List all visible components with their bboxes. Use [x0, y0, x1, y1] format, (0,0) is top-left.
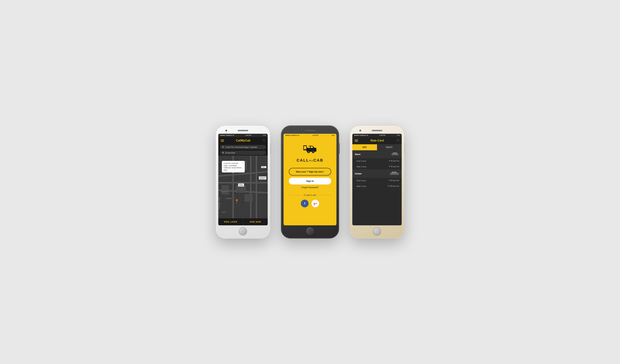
phone-1-top	[218, 128, 268, 133]
svg-point-9	[313, 151, 314, 152]
screen-2-content: CALLmyCAB New user ? Sign Up now ! Sign …	[283, 137, 337, 225]
svg-rect-20	[392, 172, 394, 173]
ride-now-btn[interactable]: RIDE NOW	[243, 218, 268, 225]
logo-icon	[303, 144, 317, 157]
nano-after-value: ₹ 45 per km	[389, 165, 399, 168]
screen-3-content: Rate Card ♡ DAY NIGHT Nano	[352, 137, 402, 225]
svg-point-25	[397, 175, 398, 175]
day-night-tabs: DAY NIGHT	[352, 144, 402, 150]
social-divider: Or sign In with	[289, 194, 331, 196]
rate-card-title: Rate Card	[371, 139, 384, 142]
signup-button[interactable]: New user ? Sign Up now !	[289, 168, 331, 175]
status-bar-2: ●●●●● Vodafone IN 4:46 PM 76%	[283, 134, 337, 137]
sedan-rate-1: First 5 kms ₹ 50 per km	[352, 178, 402, 183]
social-buttons: f g+	[301, 200, 319, 207]
search-text-2: Ernamulam	[225, 152, 235, 154]
status-bar-1: ●●●●● Vodafone IN 4:45 PM 77%	[218, 134, 268, 137]
sedan-rate-2: After 5 kms ₹ 200 per km	[352, 183, 402, 189]
divider-text: Or sign In with	[304, 194, 316, 196]
map-building-3	[222, 186, 229, 194]
map-area: ✕ Crash Rd, Souhruda Nagar, Vazhakkala, …	[218, 156, 268, 218]
google-plus-button[interactable]: g+	[311, 200, 319, 207]
status-battery-2: 76%	[331, 134, 335, 136]
nano-after-label: After 2 kms	[356, 166, 366, 168]
map-text-brothers: ...others Rd	[225, 198, 232, 199]
ride-later-btn[interactable]: RIDE LATER	[218, 218, 243, 225]
search-bar-2[interactable]: 🔍 Ernamulam	[220, 151, 266, 155]
action-bar: RIDE LATER RIDE NOW	[218, 218, 268, 225]
status-battery-1: 77%	[263, 134, 266, 136]
nano-first-label: First 2 kms	[356, 160, 366, 162]
home-button-2[interactable]	[306, 227, 314, 235]
phone-2-camera	[291, 130, 292, 131]
screen-1-content: CallMyCab ♡ 🔍 Crash Rd, Souhruda Nagar, …	[218, 137, 268, 225]
phone-3-camera	[359, 130, 361, 131]
rate-card-header: Rate Card ♡	[352, 137, 402, 144]
status-battery-3: 77%	[397, 134, 400, 136]
status-bar-3: ●●●●● Vodafone IN 4:46 PM 77%	[352, 134, 402, 137]
night-tab[interactable]: NIGHT	[377, 144, 402, 150]
app-header-1: CallMyCab ♡	[218, 137, 268, 144]
sedan-after-value: ₹ 200 per km	[388, 185, 399, 187]
map-road-h2	[218, 182, 268, 183]
svg-point-17	[397, 155, 398, 156]
status-carrier-2: ●●●●● Vodafone IN	[285, 134, 299, 136]
map-text-lane: Lane 3	[222, 212, 226, 213]
search-bar-1[interactable]: 🔍 Crash Rd, Souhruda Nagar, Vazhakk	[220, 145, 266, 149]
svg-rect-4	[308, 146, 310, 148]
hamburger-menu-1[interactable]	[221, 140, 224, 142]
phone-3-screen: ●●●●● Vodafone IN 4:46 PM 77% Rate Card …	[352, 134, 402, 225]
map-building-5	[245, 194, 253, 201]
phone-1-speaker	[238, 130, 248, 131]
status-carrier-1: ●●●●● Vodafone IN	[220, 134, 234, 136]
phones-container: ●●●●● Vodafone IN 4:45 PM 77% CallMyCab …	[216, 125, 404, 239]
heart-icon-1[interactable]: ♡	[262, 139, 265, 143]
phone-1-camera	[225, 130, 227, 131]
phone-1: ●●●●● Vodafone IN 4:45 PM 77% CallMyCab …	[216, 125, 270, 239]
heart-icon-3[interactable]: ♡	[396, 139, 399, 143]
phone-1-screen: ●●●●● Vodafone IN 4:45 PM 77% CallMyCab …	[218, 134, 268, 225]
logo-text: CALLmyCAB	[297, 158, 323, 163]
home-button-3[interactable]	[373, 227, 381, 235]
map-label-hotel: Hote...	[261, 166, 266, 168]
map-label-padamuga: PadamugaJunction	[259, 176, 266, 179]
tooltip-text: Crash Rd, Souhruda Nagar, Vazhakkala, Ka…	[224, 162, 242, 171]
home-button-1[interactable]	[239, 227, 247, 235]
google-plus-icon: g+	[313, 202, 317, 205]
phone-2-screen: ●●●●● Vodafone IN 4:46 PM 76%	[283, 134, 337, 225]
tooltip-close[interactable]: ✕	[242, 161, 244, 164]
signin-button[interactable]: Sign In	[289, 178, 331, 185]
map-building-4	[236, 186, 246, 193]
svg-rect-1	[304, 146, 306, 149]
phone-3: ●●●●● Vodafone IN 4:46 PM 77% Rate Card …	[350, 125, 404, 239]
status-time-1: 4:45 PM	[246, 134, 251, 136]
map-road-v2	[250, 156, 251, 218]
map-tooltip: ✕ Crash Rd, Souhruda Nagar, Vazhakkala, …	[222, 161, 245, 173]
phone-3-top	[352, 128, 402, 133]
phone-2-top	[283, 128, 337, 133]
sedan-category: Sedan	[352, 170, 402, 178]
svg-rect-5	[311, 146, 313, 148]
forgot-password-text[interactable]: Forgot Password?	[301, 186, 318, 189]
svg-point-15	[392, 155, 393, 156]
map-road-v3	[256, 156, 257, 218]
svg-rect-13	[395, 153, 396, 154]
sedan-first-value: ₹ 50 per km	[389, 179, 399, 182]
map-text-padamugal: Padamugal - Palac...	[218, 196, 220, 209]
sedan-car-icon	[390, 171, 399, 176]
day-tab[interactable]: DAY	[352, 144, 377, 150]
app-title-1: CallMyCab	[236, 139, 250, 142]
hamburger-menu-3[interactable]	[355, 140, 358, 142]
nano-rate-1: First 2 kms ₹ 30 per km	[352, 158, 402, 164]
phone-2: ●●●●● Vodafone IN 4:46 PM 76%	[281, 125, 339, 239]
logo-area: CALLmyCAB	[297, 144, 323, 163]
nano-category: Nano	[352, 150, 402, 158]
facebook-button[interactable]: f	[301, 200, 309, 207]
phone-3-speaker	[372, 130, 382, 131]
svg-rect-12	[393, 153, 394, 154]
status-time-3: 4:46 PM	[379, 134, 386, 136]
nano-car-icon	[391, 152, 399, 157]
nano-rate-2: After 2 kms ₹ 45 per km	[352, 164, 402, 170]
search-icon-2: 🔍	[222, 152, 224, 154]
svg-point-23	[391, 175, 392, 175]
